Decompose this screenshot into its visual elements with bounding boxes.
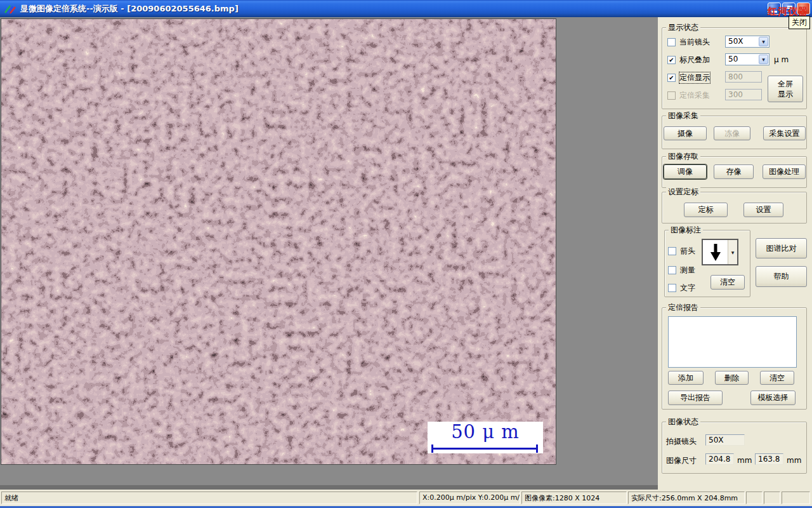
checkbox-label: 标尺叠加: [679, 55, 710, 65]
group-report: 定倍报告 添加 删除 清空 导出报告 模板选择: [662, 307, 807, 410]
status-empty-3: [782, 491, 810, 504]
arrow-style-combobox[interactable]: ▼: [702, 239, 738, 265]
calibrate-button[interactable]: 定标: [684, 203, 728, 217]
report-clear-button[interactable]: 清空: [760, 371, 794, 385]
scale-bar-line: [431, 448, 538, 450]
size-label: 图像尺寸: [666, 455, 697, 466]
checkbox-box: [667, 91, 676, 100]
status-actual-size: 实际尺寸:256.0mm X 204.8mm: [628, 491, 745, 504]
checkbox-measure[interactable]: 测量: [668, 265, 695, 276]
checkbox-box: [667, 38, 676, 46]
status-empty-2: [764, 491, 780, 504]
group-title: 图像采集: [666, 111, 700, 121]
checkbox-ruler-overlay[interactable]: ✔ 标尺叠加: [667, 55, 710, 65]
chevron-down-icon[interactable]: ▼: [759, 37, 768, 46]
title-bar: 显微图像定倍系统--演示版 - [20090602055646.bmp] ×: [0, 0, 812, 17]
status-bar: 就绪 X:0.200μ m/pix Y:0.200μ m/pix 图像像素:12…: [0, 490, 812, 506]
checkbox-box: [668, 266, 676, 274]
bottom-gutter: [0, 485, 658, 490]
scale-bar-tick-right: [536, 444, 538, 453]
height-unit-label: mm: [787, 456, 801, 465]
status-image-pixels: 图像像素:1280 X 1024: [521, 491, 627, 504]
load-image-button[interactable]: 调像: [664, 164, 707, 179]
group-title: 图像标注: [669, 225, 703, 235]
checkbox-label: 测量: [680, 265, 695, 276]
fullscreen-button[interactable]: 全屏显示: [768, 76, 803, 102]
window-title: 显微图像定倍系统--演示版 - [20090602055646.bmp]: [20, 3, 239, 15]
chevron-down-icon[interactable]: ▼: [728, 240, 737, 264]
checkbox-box: ✔: [667, 56, 676, 64]
ruler-unit-label: μ m: [774, 55, 789, 64]
checkbox-label: 文字: [680, 283, 695, 293]
group-image-storage: 图像存取 调像 存像 图像处理: [662, 156, 807, 188]
save-image-button[interactable]: 存像: [714, 164, 754, 179]
group-calibration: 设置定标 定标 设置: [662, 192, 807, 224]
group-title: 图像状态: [666, 417, 700, 427]
checkbox-box: [668, 247, 676, 255]
group-image-status: 图像状态 拍摄镜头 50X 图像尺寸 204.8 mm 163.8 mm: [662, 422, 807, 474]
chevron-down-icon[interactable]: ▼: [759, 55, 768, 64]
window-controls: ×: [768, 3, 810, 15]
width-unit-label: mm: [737, 456, 752, 465]
group-annotation: 图像标注 箭头 ▼ 测量 文字: [664, 230, 750, 297]
checkbox-fixed-display[interactable]: ✔ 定倍显示: [667, 72, 710, 83]
app-icon[interactable]: [4, 4, 16, 14]
client-area: 50 μ m: [0, 17, 658, 485]
fixed-capture-field: 300: [725, 89, 762, 100]
atlas-compare-button[interactable]: 图谱比对: [756, 238, 807, 258]
group-title: 设置定标: [666, 187, 700, 197]
group-title: 图像存取: [666, 152, 700, 161]
group-display-status: 显示状态 当前镜头 50X ▼ ✔ 标尺叠加 50 ▼ μ m ✔ 定倍显示: [662, 27, 807, 109]
settings-button[interactable]: 设置: [743, 203, 783, 217]
capture-settings-button[interactable]: 采集设置: [763, 126, 806, 140]
current-lens-combobox[interactable]: 50X ▼: [725, 36, 769, 48]
restore-button[interactable]: [782, 3, 796, 15]
template-select-button[interactable]: 模板选择: [750, 391, 796, 405]
status-empty-1: [746, 491, 763, 504]
micrograph-viewer[interactable]: 50 μ m: [1, 19, 556, 464]
freeze-button: 冻像: [714, 126, 750, 140]
export-report-button[interactable]: 导出报告: [668, 391, 723, 405]
checkbox-text[interactable]: 文字: [668, 283, 695, 293]
combobox-value: 50X: [728, 37, 743, 46]
height-value-field: 163.8: [755, 453, 783, 465]
checkbox-label: 箭头: [680, 246, 695, 257]
capture-button[interactable]: 摄像: [664, 126, 707, 140]
close-button[interactable]: ×: [797, 3, 810, 15]
annotation-clear-button[interactable]: 清空: [710, 275, 745, 290]
arrow-down-icon: [703, 240, 728, 264]
report-add-button[interactable]: 添加: [668, 371, 704, 385]
checkbox-label: 当前镜头: [679, 37, 710, 48]
minimize-button[interactable]: [768, 3, 781, 15]
report-delete-button[interactable]: 删除: [715, 371, 749, 385]
help-button[interactable]: 帮助: [756, 266, 807, 287]
micrograph-image: [1, 19, 556, 464]
width-value-field: 204.8: [705, 453, 734, 465]
scale-bar: 50 μ m: [428, 422, 543, 453]
group-image-capture: 图像采集 摄像 冻像 采集设置: [662, 116, 807, 149]
scale-bar-tick-left: [431, 444, 433, 453]
checkbox-box: [668, 284, 676, 292]
checkbox-current-lens[interactable]: 当前镜头: [667, 37, 710, 48]
checkbox-label: 定倍采集: [679, 90, 710, 101]
status-ready: 就绪: [1, 491, 417, 504]
app-window: 显微图像定倍系统--演示版 - [20090602055646.bmp] × 红…: [0, 0, 812, 508]
lens-value-field: 50X: [705, 434, 745, 446]
checkbox-label: 定倍显示: [679, 72, 710, 83]
close-icon: ×: [800, 4, 807, 13]
lens-label: 拍摄镜头: [666, 436, 697, 447]
close-tooltip: 关闭: [789, 16, 810, 29]
checkbox-arrow[interactable]: 箭头: [668, 246, 695, 257]
scale-bar-label: 50 μ m: [428, 421, 543, 443]
ruler-size-combobox[interactable]: 50 ▼: [725, 53, 769, 65]
status-pixel-scale: X:0.200μ m/pix Y:0.200μ m/pix: [419, 491, 520, 504]
fixed-display-field: 800: [725, 71, 762, 83]
image-processing-button[interactable]: 图像处理: [763, 164, 806, 179]
minimize-icon: [771, 11, 777, 13]
checkbox-box: ✔: [667, 74, 676, 82]
restore-icon: [785, 6, 792, 11]
control-panel: 显示状态 当前镜头 50X ▼ ✔ 标尺叠加 50 ▼ μ m ✔ 定倍显示: [658, 17, 812, 490]
group-title: 定倍报告: [666, 303, 700, 312]
group-title: 显示状态: [666, 23, 700, 32]
report-listbox[interactable]: [668, 316, 797, 368]
